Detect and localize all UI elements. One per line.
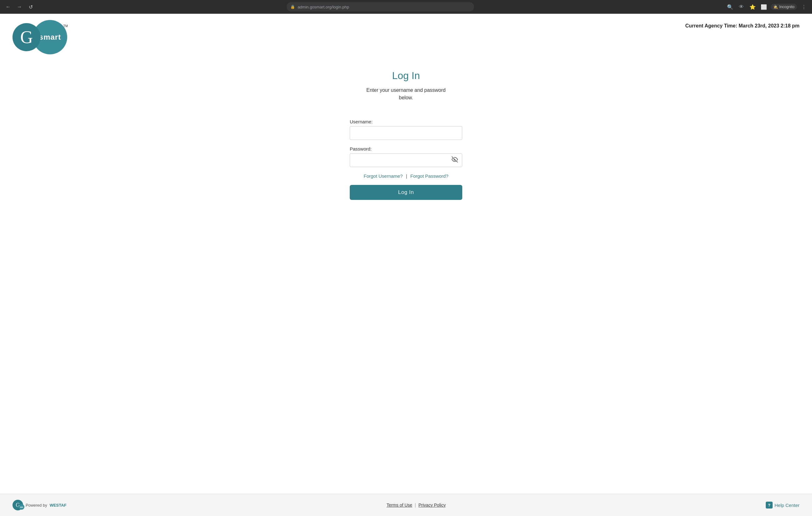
password-label: Password: [350, 146, 462, 151]
footer-logo-sm: sm [19, 504, 24, 510]
logo: G smart TM [12, 20, 67, 54]
password-group: Password: [350, 146, 462, 167]
privacy-policy-link[interactable]: Privacy Policy [418, 503, 446, 508]
footer-logo-sm-text: sm [20, 506, 23, 508]
main-content: Log In Enter your username and password … [0, 58, 812, 494]
username-group: Username: [350, 119, 462, 140]
terms-of-use-link[interactable]: Terms of Use [387, 503, 412, 508]
footer-logo-icon: G sm [12, 500, 23, 510]
bookmark-icon[interactable]: ⭐ [748, 2, 757, 11]
menu-icon[interactable]: ⋮ [800, 2, 808, 11]
url-display: admin.gosmart.org/login.php [297, 5, 349, 9]
footer-powered-by: Powered by [26, 503, 47, 508]
logo-g-circle: G [12, 23, 40, 51]
login-subtitle: Enter your username and password below. [366, 87, 445, 101]
logo-g-letter: G [20, 28, 33, 46]
login-title: Log In [392, 70, 420, 82]
password-input[interactable] [350, 153, 462, 167]
login-form: Username: Password: Forg [350, 119, 462, 200]
forgot-username-link[interactable]: Forgot Username? [364, 173, 403, 179]
incognito-badge: 🕵 Incognito [771, 4, 797, 10]
incognito-label: Incognito [779, 5, 794, 9]
help-center-link[interactable]: ? Help Center [766, 502, 800, 509]
footer-links-separator: | [415, 503, 416, 508]
page-footer: G sm Powered by WESTAF Terms of Use | Pr… [0, 494, 812, 516]
reading-mode-icon[interactable]: 👁 [737, 2, 746, 11]
logo-smart-text: smart [39, 33, 61, 41]
page-content: G smart TM Current Agency Time: March 23… [0, 14, 812, 516]
username-input[interactable] [350, 126, 462, 140]
lock-icon: 🔒 [290, 5, 295, 9]
forgot-password-link[interactable]: Forgot Password? [410, 173, 448, 179]
search-icon[interactable]: 🔍 [726, 2, 734, 11]
login-button[interactable]: Log In [350, 185, 462, 200]
browser-chrome: ← → ↺ 🔒 admin.gosmart.org/login.php 🔍 👁 … [0, 0, 812, 14]
reload-button[interactable]: ↺ [26, 2, 35, 11]
help-icon: ? [766, 502, 773, 509]
address-bar[interactable]: 🔒 admin.gosmart.org/login.php [287, 2, 474, 11]
username-label: Username: [350, 119, 462, 124]
incognito-icon: 🕵 [773, 5, 778, 9]
forgot-links: Forgot Username? | Forgot Password? [350, 173, 462, 179]
page-header: G smart TM Current Agency Time: March 23… [0, 14, 812, 58]
help-center-label: Help Center [775, 503, 800, 508]
logo-smart-wrapper: smart TM [40, 20, 67, 54]
back-button[interactable]: ← [4, 2, 12, 11]
footer-westaf: WESTAF [50, 503, 66, 508]
footer-logo: G sm Powered by WESTAF [12, 500, 66, 510]
forgot-separator: | [406, 173, 407, 179]
footer-links: Terms of Use | Privacy Policy [387, 503, 446, 508]
forward-button[interactable]: → [15, 2, 24, 11]
split-screen-icon[interactable]: ⬜ [759, 2, 768, 11]
agency-time: Current Agency Time: March 23rd, 2023 2:… [686, 20, 800, 29]
password-toggle-button[interactable] [451, 155, 459, 165]
password-wrapper [350, 153, 462, 167]
browser-right-icons: 🔍 👁 ⭐ ⬜ 🕵 Incognito ⋮ [726, 2, 808, 11]
